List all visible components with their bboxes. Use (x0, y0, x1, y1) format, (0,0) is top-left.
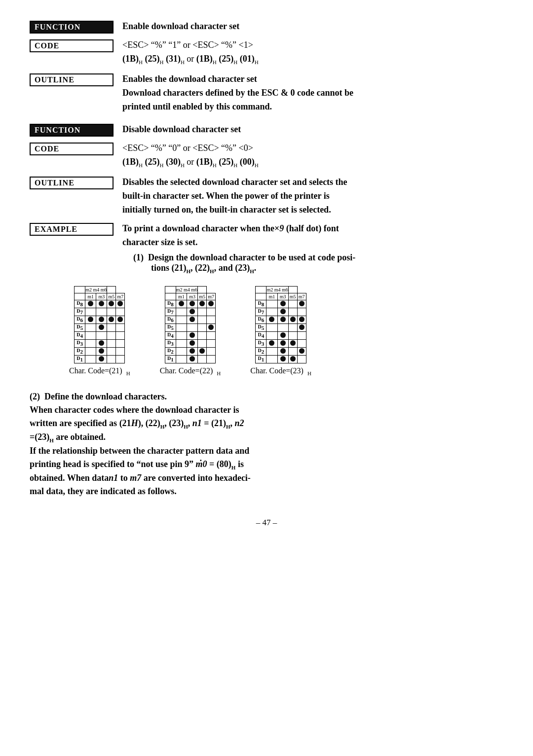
d2-m5 (107, 347, 116, 355)
g2-d2-m7 (207, 347, 216, 355)
grid-table-23: m2 m4 m6 m1 m3 m5 m7 D8 (255, 286, 306, 363)
d4-m3 (96, 331, 107, 339)
row-label-d8: D8 (75, 300, 85, 308)
g2-d1-m1 (176, 355, 187, 363)
g3-d1-m1 (266, 355, 277, 363)
grid3-sub-m7: m7 (297, 293, 306, 300)
g3-d7-m7 (297, 308, 306, 316)
d7-m5 (107, 308, 116, 316)
g2-d4-m7 (207, 331, 216, 339)
g3-d6-label: D6 (256, 316, 266, 324)
function-enable-text: Enable download character set (122, 20, 503, 34)
g3-d3-label: D3 (256, 339, 266, 347)
section-example: EXAMPLE To print a download character wh… (30, 222, 503, 250)
grid-row-d1: D1 (75, 355, 125, 363)
g3-d6-m7 (297, 316, 306, 324)
row-label-d1: D1 (75, 355, 85, 363)
code-label-1: CODE (30, 39, 114, 52)
grid-sub-m7: m7 (116, 293, 125, 300)
example-line1: To print a download character when the×9… (122, 222, 503, 235)
grid-sub-m5: m5 (107, 293, 116, 300)
char-grid-21: m2 m4 m6 m1 m3 m5 m7 D8 (69, 286, 130, 376)
g3-d4-m3 (277, 331, 288, 339)
grid3-corner (256, 286, 266, 293)
numbered-item-1-text2: tions (21)H, (22)H, and (23)H. (151, 263, 503, 274)
g3-d1-m7 (297, 355, 306, 363)
grid-sub-m3: m3 (96, 293, 107, 300)
g3-d4-m1 (266, 331, 277, 339)
outline-enable-line1: Enables the download character set (122, 72, 503, 85)
code-enable-line2: (1B)H (25)H (31)H or (1B)H (25)H (01)H (122, 52, 503, 67)
para2-line1: When character codes where the download … (30, 403, 503, 417)
section-code-disable: CODE <ESC> “%” “0” or <ESC> “%” <0> (1B)… (30, 142, 503, 171)
grid2-sub-m1: m1 (176, 293, 187, 300)
char-grid-23-label: Char. Code=(23) H (250, 366, 311, 376)
grid3-row-d5: D5 (256, 324, 306, 331)
outline-enable-line2: Download characters defined by the ESC &… (122, 86, 503, 99)
row-label-d2: D2 (75, 347, 85, 355)
d2-m3 (96, 347, 107, 355)
d6-m5 (107, 316, 116, 324)
d3-m7 (116, 339, 125, 347)
char-grid-22-label: Char. Code=(22) H (160, 366, 221, 376)
g3-d6-m3 (277, 316, 288, 324)
outline-label-2: OUTLINE (30, 177, 114, 189)
g2-d4-m3 (187, 331, 197, 339)
g2-d6-m1 (176, 316, 187, 324)
char-grid-21-label: Char. Code=(21) H (69, 366, 130, 376)
grid2-col-m2-m4: m2 m4 m6 (176, 286, 197, 293)
d1-m5 (107, 355, 116, 363)
d8-m5 (107, 300, 116, 308)
grid3-row-d7: D7 (256, 308, 306, 316)
grid2-row-d2: D2 (165, 347, 215, 355)
g2-d7-m3 (187, 308, 197, 316)
grid2-sub-m5: m5 (198, 293, 207, 300)
d6-m1 (85, 316, 96, 324)
para2-line4: If the relationship between the characte… (30, 444, 503, 458)
grid3-sub-m3: m3 (277, 293, 288, 300)
d2-m1 (85, 347, 96, 355)
d8-m7 (116, 300, 125, 308)
grid-row-d5: D5 (75, 324, 125, 331)
grid2-col-extra (198, 286, 207, 293)
function-enable-title: Enable download character set (122, 20, 503, 33)
g2-d8-m3 (187, 300, 197, 308)
grid3-row-d6: D6 (256, 316, 306, 324)
para2-line6: obtained. When datan1 to m7 are converte… (30, 471, 503, 485)
paragraph-2: (2) Define the download characters. When… (30, 390, 503, 498)
g3-d2-m7 (297, 347, 306, 355)
grid3-col-extra (288, 286, 297, 293)
grid3-row-d8: D8 (256, 300, 306, 308)
d6-m3 (96, 316, 107, 324)
grid2-row-d3: D3 (165, 339, 215, 347)
g3-d6-m1 (266, 316, 277, 324)
d2-m7 (116, 347, 125, 355)
g2-d6-m3 (187, 316, 197, 324)
outline-disable-line1: Disables the selected download character… (122, 176, 503, 188)
outline-enable-line3: printed until enabled by this command. (122, 100, 503, 113)
g3-d2-m1 (266, 347, 277, 355)
g2-d1-m3 (187, 355, 197, 363)
grid3-sub-m5: m5 (288, 293, 297, 300)
g3-d7-m5 (288, 308, 297, 316)
function-label-1: FUNCTION (30, 21, 114, 34)
g2-d1-m7 (207, 355, 216, 363)
function-disable-text: Disable download character set (122, 123, 503, 137)
grid2-sub-m7: m7 (207, 293, 216, 300)
g3-d5-m3 (277, 324, 288, 331)
g2-d6-m5 (198, 316, 207, 324)
g2-d3-m1 (176, 339, 187, 347)
g2-d5-m3 (187, 324, 197, 331)
grid3-row-d2: D2 (256, 347, 306, 355)
g2-d7-m5 (198, 308, 207, 316)
g2-d7-label: D7 (165, 308, 176, 316)
g3-d2-m3 (277, 347, 288, 355)
d1-m7 (116, 355, 125, 363)
g2-d5-label: D5 (165, 324, 176, 331)
d3-m5 (107, 339, 116, 347)
function-label-2: FUNCTION (30, 124, 114, 137)
d1-m3 (96, 355, 107, 363)
g3-d7-m3 (277, 308, 288, 316)
function-disable-title: Disable download character set (122, 123, 503, 136)
d4-m1 (85, 331, 96, 339)
